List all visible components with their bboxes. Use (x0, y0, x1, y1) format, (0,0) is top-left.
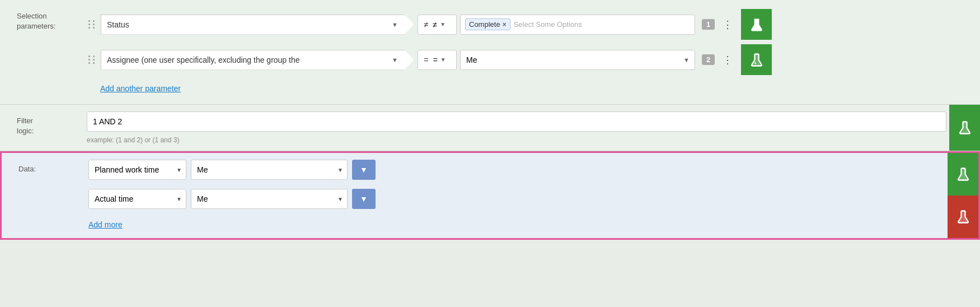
data-section: Data: Planned work time Actual time Esti… (0, 151, 980, 240)
selection-params-section: Selectionparameters: Status Assignee (0, 0, 980, 105)
filter-logic-hint: example: (1 and 2) or (1 and 3) (87, 136, 946, 144)
data-user-wrapper-1: Me User 1 (191, 160, 348, 180)
badge-2: 2 (702, 54, 715, 65)
add-param-btn[interactable]: Add another parameter (100, 82, 181, 95)
flask-btn-data-2[interactable] (948, 196, 978, 238)
flask-icon-filter (957, 120, 973, 136)
selection-params-label: Selectionparameters: (0, 7, 87, 36)
filter-logic-section: Filterlogic: example: (1 and 2) or (1 an… (0, 105, 980, 151)
data-expand-btn-1[interactable]: ▼ (352, 160, 376, 180)
param-select-2[interactable]: Assignee (one user specifically, excludi… (101, 50, 414, 69)
drag-handle-1[interactable] (87, 18, 97, 31)
value-select-2[interactable]: Me User 1 User 2 (460, 50, 695, 70)
data-row-2: Actual time Planned work time Estimated … (88, 189, 945, 209)
filter-flask-container (949, 105, 980, 151)
flask-icon-2 (749, 52, 765, 68)
data-type-wrapper-1: Planned work time Actual time Estimated … (88, 160, 186, 180)
add-more-container: Add more (88, 218, 945, 231)
data-label: Data: (2, 160, 88, 179)
flask-btn-1[interactable] (741, 9, 772, 40)
operator-symbol-1: ≠ (421, 20, 430, 29)
data-user-select-1[interactable]: Me User 1 (191, 160, 348, 180)
data-type-select-2[interactable]: Actual time Planned work time Estimated … (88, 189, 186, 209)
param-row-1: Status Assignee Priority ▼ ≠ ≠=<> ▼ (87, 9, 980, 40)
data-row-1: Planned work time Actual time Estimated … (88, 160, 945, 180)
page-wrapper: Selectionparameters: Status Assignee (0, 0, 980, 307)
filter-logic-content: example: (1 and 2) or (1 and 3) (87, 111, 980, 144)
tag-complete-close[interactable]: × (503, 21, 507, 28)
value-input-1[interactable]: Complete × Select Some Options (460, 15, 695, 35)
operator-select-2: = =≠<> ▼ (418, 50, 457, 70)
row-2-menu-btn[interactable]: ⋮ (718, 52, 738, 68)
flask-btn-data-1[interactable] (948, 153, 978, 196)
param-row-2: Assignee (one user specifically, excludi… (87, 44, 980, 75)
drag-handle-2[interactable] (87, 53, 97, 66)
data-type-wrapper-2: Actual time Planned work time Estimated … (88, 189, 186, 209)
flask-icon-1 (749, 17, 765, 32)
data-expand-btn-2[interactable]: ▼ (352, 189, 376, 209)
param-select-1[interactable]: Status Assignee Priority (101, 15, 414, 34)
tag-complete-label: Complete (469, 20, 500, 29)
operator-select-1: ≠ ≠=<> ▼ (418, 15, 457, 35)
data-user-select-2[interactable]: Me User 1 (191, 189, 348, 209)
svg-point-0 (754, 27, 758, 29)
selection-params-content: Status Assignee Priority ▼ ≠ ≠=<> ▼ (87, 7, 980, 97)
flask-icon-data-2 (955, 209, 971, 225)
select-placeholder-1: Select Some Options (514, 20, 690, 29)
data-flask-col (948, 153, 978, 238)
flask-btn-2[interactable] (741, 44, 772, 75)
data-user-wrapper-2: Me User 1 (191, 189, 348, 209)
add-more-btn[interactable]: Add more (88, 218, 123, 231)
badge-1: 1 (702, 19, 715, 30)
flask-icon-data-1 (955, 166, 971, 182)
operator-dropdown-1[interactable]: ≠=<> (432, 20, 439, 29)
operator-dropdown-2[interactable]: =≠<> (432, 55, 439, 64)
operator-symbol-2: = (421, 55, 431, 64)
data-type-select-1[interactable]: Planned work time Actual time Estimated … (88, 160, 186, 180)
svg-point-1 (754, 62, 757, 64)
row-1-menu-btn[interactable]: ⋮ (718, 16, 738, 33)
data-content: Planned work time Actual time Estimated … (88, 160, 978, 231)
tag-complete: Complete × (465, 18, 510, 30)
filter-logic-input[interactable] (87, 111, 946, 132)
add-param-container: Add another parameter (87, 80, 980, 95)
filter-logic-label: Filterlogic: (0, 111, 87, 141)
flask-btn-filter[interactable] (949, 105, 980, 151)
